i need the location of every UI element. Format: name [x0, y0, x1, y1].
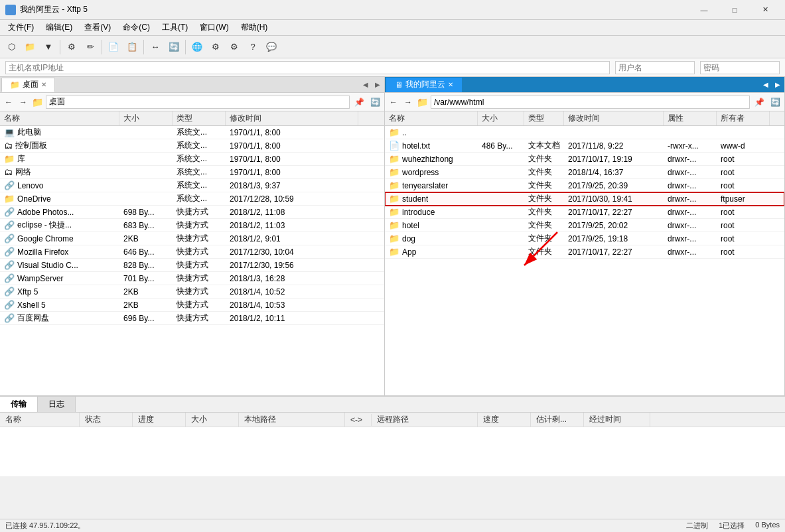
host-input[interactable]	[5, 61, 610, 74]
file-size: 2KB	[119, 300, 173, 310]
right-col-header-type[interactable]: 类型	[524, 111, 564, 125]
toolbar-globe[interactable]: 🌐	[188, 38, 206, 56]
table-row[interactable]: 🗂控制面板系统文...1970/1/1, 8:00	[0, 139, 384, 153]
file-size: 2KB	[119, 287, 173, 297]
table-row[interactable]: 🔗Mozilla Firefox646 By...快捷方式2017/12/30,…	[0, 245, 384, 259]
close-button[interactable]: ✕	[750, 1, 780, 19]
left-tab-next[interactable]: ▶	[372, 80, 383, 90]
toolbar-open[interactable]: 📁	[21, 38, 38, 56]
toolbar-rename[interactable]: ✏	[82, 38, 99, 56]
title-controls[interactable]: — □ ✕	[689, 1, 780, 19]
right-forward-button[interactable]: →	[402, 96, 414, 108]
menu-view[interactable]: 查看(V)	[79, 21, 116, 34]
left-path-input[interactable]	[46, 96, 350, 109]
password-input[interactable]	[700, 61, 780, 74]
left-tab-close[interactable]: ✕	[41, 81, 46, 88]
table-row[interactable]: 📁OneDrive系统文...2017/12/28, 10:59	[0, 192, 384, 206]
transfer-tab-transfer[interactable]: 传输	[0, 397, 38, 412]
table-row[interactable]: 📁App文件夹2017/10/17, 22:27drwxr-...root	[385, 245, 784, 259]
left-refresh-btn[interactable]: 🔄	[368, 96, 382, 109]
table-row[interactable]: 🔗Lenovo系统文...2018/1/3, 9:37	[0, 179, 384, 192]
table-row[interactable]: 📁wordpress文件夹2018/1/4, 16:37drwxr-...roo…	[385, 166, 784, 179]
left-back-button[interactable]: ←	[3, 96, 15, 108]
toolbar-filter[interactable]: ⚙	[207, 38, 224, 56]
transfer-col-elapsed: 经过时间	[584, 413, 650, 427]
table-row[interactable]: 🔗百度网盘696 By...快捷方式2018/1/2, 10:11	[0, 312, 384, 325]
toolbar-dropdown[interactable]: ▼	[40, 38, 57, 56]
table-row[interactable]: 📁库系统文...1970/1/1, 8:00	[0, 153, 384, 166]
table-row[interactable]: 🔗Adobe Photos...698 By...快捷方式2018/1/2, 1…	[0, 206, 384, 219]
right-col-header-size[interactable]: 大小	[478, 111, 524, 125]
toolbar-refresh[interactable]: 🔄	[165, 38, 182, 56]
toolbar-transfer[interactable]: ↔	[147, 38, 164, 56]
toolbar-settings[interactable]: ⚙	[226, 38, 243, 56]
right-tab-prev[interactable]: ◀	[760, 80, 771, 90]
right-refresh-btn[interactable]: 🔄	[768, 96, 782, 109]
minimize-button[interactable]: —	[689, 1, 719, 19]
transfer-col-progress: 进度	[133, 413, 186, 427]
table-row[interactable]: 📁dog文件夹2017/9/25, 19:18drwxr-...root	[385, 232, 784, 245]
toolbar-sep-4	[185, 40, 186, 54]
right-col-header-owner[interactable]: 所有者	[717, 111, 770, 125]
file-type: 系统文...	[173, 153, 226, 165]
file-type: 文件夹	[524, 245, 564, 258]
left-col-header-type[interactable]: 类型	[173, 111, 226, 125]
toolbar-help[interactable]: ?	[244, 38, 261, 56]
table-row[interactable]: 📁student文件夹2017/10/30, 19:41drwxr-...ftp…	[385, 192, 784, 206]
table-row[interactable]: 🔗Google Chrome2KB快捷方式2018/1/2, 9:01	[0, 232, 384, 245]
right-col-header-attr[interactable]: 属性	[664, 111, 717, 125]
menu-command[interactable]: 命令(C)	[117, 21, 155, 34]
table-row[interactable]: 🔗eclipse - 快捷...683 By...快捷方式2018/1/2, 1…	[0, 219, 384, 232]
menu-file[interactable]: 文件(F)	[3, 21, 39, 34]
toolbar-chat[interactable]: 💬	[263, 38, 280, 56]
left-col-header-date[interactable]: 修改时间	[226, 111, 358, 125]
toolbar-paste[interactable]: 📋	[123, 38, 141, 56]
menu-window[interactable]: 窗口(W)	[194, 21, 234, 34]
left-file-list[interactable]: 💻此电脑系统文...1970/1/1, 8:00🗂控制面板系统文...1970/…	[0, 126, 384, 395]
transfer-col-speed: 速度	[478, 413, 531, 427]
table-row[interactable]: 📁hotel文件夹2017/9/25, 20:02drwxr-...root	[385, 219, 784, 232]
table-row[interactable]: 🗂网络系统文...1970/1/1, 8:00	[0, 166, 384, 179]
maximize-button[interactable]: □	[720, 1, 749, 19]
toolbar-properties[interactable]: ⚙	[63, 38, 80, 56]
table-row[interactable]: 🔗Xftp 52KB快捷方式2018/1/4, 10:52	[0, 285, 384, 299]
right-tab-aliyun[interactable]: 🖥 我的阿里云 ✕	[386, 78, 462, 92]
right-tab-next[interactable]: ▶	[772, 80, 783, 90]
right-col-header-date[interactable]: 修改时间	[564, 111, 664, 125]
right-back-button[interactable]: ←	[388, 96, 399, 108]
file-size	[478, 238, 524, 239]
table-row[interactable]: 🔗Xshell 52KB快捷方式2018/1/4, 10:53	[0, 299, 384, 312]
file-owner: root	[717, 233, 770, 244]
toolbar-copy[interactable]: 📄	[105, 38, 122, 56]
right-file-list[interactable]: 📁..📄hotel.txt486 By...文本文档2017/11/8, 9:2…	[385, 126, 784, 395]
left-bookmark-btn[interactable]: 📌	[352, 96, 366, 109]
left-tab-prev[interactable]: ◀	[360, 80, 371, 90]
right-path-input[interactable]	[431, 96, 750, 109]
menu-edit[interactable]: 编辑(E)	[40, 21, 78, 34]
table-row[interactable]: 💻此电脑系统文...1970/1/1, 8:00	[0, 126, 384, 139]
table-row[interactable]: 📁..	[385, 126, 784, 139]
left-tab-desktop[interactable]: 📁 桌面 ✕	[1, 78, 55, 92]
file-date: 2018/1/2, 10:11	[226, 313, 358, 324]
left-col-header-size[interactable]: 大小	[119, 111, 173, 125]
right-tab-close[interactable]: ✕	[448, 81, 453, 88]
table-row[interactable]: 🔗Visual Studio C...828 By...快捷方式2017/12/…	[0, 259, 384, 272]
transfer-tab-log[interactable]: 日志	[38, 397, 76, 412]
username-input[interactable]	[615, 61, 695, 74]
toolbar-new-session[interactable]: ⬡	[3, 38, 20, 56]
right-bookmark-btn[interactable]: 📌	[752, 96, 766, 109]
table-row[interactable]: 🔗WampServer701 By...快捷方式2018/1/3, 16:28	[0, 272, 384, 285]
table-row[interactable]: 📁wuhezhizhong文件夹2017/10/17, 19:19drwxr-.…	[385, 153, 784, 166]
file-owner: ftpuser	[717, 194, 770, 204]
right-col-header-name[interactable]: 名称	[385, 111, 478, 125]
file-size	[478, 132, 524, 133]
left-forward-button[interactable]: →	[17, 96, 29, 108]
file-type: 文件夹	[524, 166, 564, 178]
menu-bar: 文件(F) 编辑(E) 查看(V) 命令(C) 工具(T) 窗口(W) 帮助(H…	[0, 20, 785, 36]
menu-tools[interactable]: 工具(T)	[157, 21, 193, 34]
menu-help[interactable]: 帮助(H)	[236, 21, 273, 34]
left-col-header-name[interactable]: 名称	[0, 111, 119, 125]
table-row[interactable]: 📄hotel.txt486 By...文本文档2017/11/8, 9:22-r…	[385, 139, 784, 153]
table-row[interactable]: 📁introduce文件夹2017/10/17, 22:27drwxr-...r…	[385, 206, 784, 219]
table-row[interactable]: 📁tenyearslater文件夹2017/9/25, 20:39drwxr-.…	[385, 179, 784, 192]
